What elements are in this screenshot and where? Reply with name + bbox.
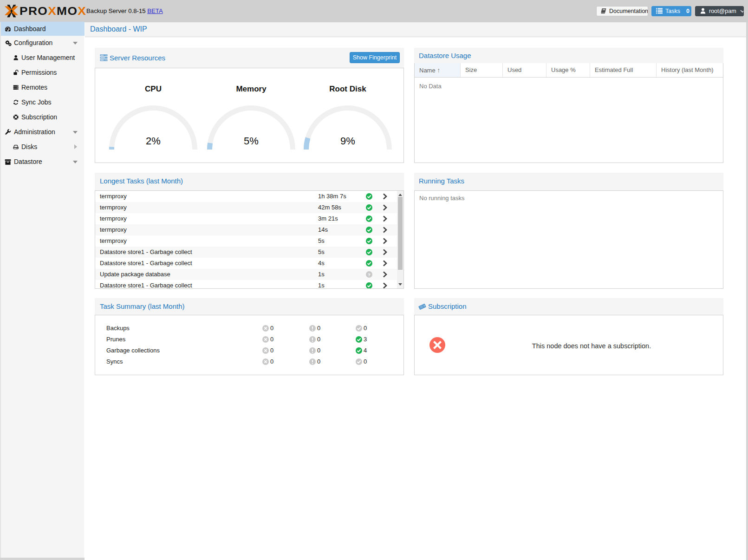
svg-text:?: ? (368, 272, 371, 277)
